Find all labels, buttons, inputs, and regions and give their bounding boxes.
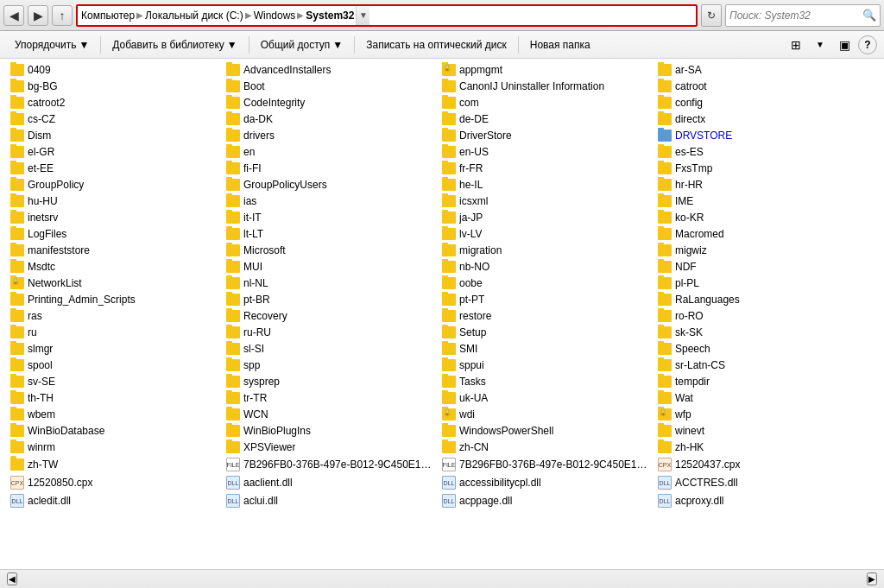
- view-mode-button[interactable]: ⊞: [786, 35, 806, 55]
- breadcrumb-computer[interactable]: Компьютер: [81, 9, 135, 22]
- search-input[interactable]: [729, 9, 862, 22]
- list-item[interactable]: FILE7B296FB0-376B-497e-B012-9C450E1B7327…: [223, 456, 439, 473]
- list-item[interactable]: sk-SK: [654, 325, 870, 340]
- list-item[interactable]: pl-PL: [654, 275, 870, 291]
- list-item[interactable]: ru: [7, 325, 223, 340]
- list-item[interactable]: ras: [7, 308, 223, 324]
- list-item[interactable]: WinBioPlugIns: [223, 423, 439, 439]
- list-item[interactable]: CanonIJ Uninstaller Information: [439, 79, 654, 94]
- add-to-library-button[interactable]: Добавить в библиотеку ▼: [104, 35, 244, 54]
- list-item[interactable]: hr-HR: [654, 177, 870, 193]
- list-item[interactable]: spp: [223, 357, 439, 373]
- list-item[interactable]: 🔒wfp: [654, 407, 870, 422]
- list-item[interactable]: et-EE: [7, 161, 223, 176]
- address-dropdown-button[interactable]: ▼: [356, 6, 369, 25]
- list-item[interactable]: catroot: [654, 79, 870, 94]
- list-item[interactable]: da-DK: [223, 111, 439, 127]
- list-item[interactable]: ru-RU: [223, 325, 439, 340]
- list-item[interactable]: FILE7B296FB0-376B-497e-B012-9C450E1B7327…: [439, 456, 654, 473]
- list-item[interactable]: ias: [223, 193, 439, 209]
- list-item[interactable]: hu-HU: [7, 193, 223, 209]
- burn-button[interactable]: Записать на оптический диск: [358, 35, 515, 54]
- search-button[interactable]: 🔍: [862, 9, 876, 22]
- list-item[interactable]: FxsTmp: [654, 161, 870, 176]
- list-item[interactable]: sv-SE: [7, 374, 223, 389]
- list-item[interactable]: ko-KR: [654, 210, 870, 225]
- list-item[interactable]: icsxml: [439, 193, 654, 209]
- list-item[interactable]: manifeststore: [7, 243, 223, 258]
- list-item[interactable]: winevt: [654, 423, 870, 439]
- list-item[interactable]: NDF: [654, 259, 870, 275]
- list-item[interactable]: lv-LV: [439, 226, 654, 242]
- list-item[interactable]: en-US: [439, 144, 654, 160]
- list-item[interactable]: DLLaclui.dll: [223, 492, 439, 509]
- list-item[interactable]: ro-RO: [654, 308, 870, 324]
- list-item[interactable]: Dism: [7, 128, 223, 143]
- list-item[interactable]: WinBioDatabase: [7, 423, 223, 439]
- list-item[interactable]: sr-Latn-CS: [654, 357, 870, 373]
- list-item[interactable]: CodeIntegrity: [223, 95, 439, 111]
- list-item[interactable]: th-TH: [7, 390, 223, 406]
- list-item[interactable]: GroupPolicyUsers: [223, 177, 439, 193]
- list-item[interactable]: directx: [654, 111, 870, 127]
- list-item[interactable]: WCN: [223, 407, 439, 422]
- list-item[interactable]: DLLacproxy.dll: [654, 492, 870, 509]
- list-item[interactable]: Setup: [439, 325, 654, 340]
- pane-button[interactable]: ▣: [834, 35, 855, 55]
- share-button[interactable]: Общий доступ ▼: [253, 35, 351, 54]
- list-item[interactable]: catroot2: [7, 95, 223, 111]
- list-item[interactable]: pt-BR: [223, 292, 439, 307]
- up-button[interactable]: ↑: [52, 5, 73, 26]
- list-item[interactable]: oobe: [439, 275, 654, 291]
- list-item[interactable]: zh-HK: [654, 439, 870, 455]
- list-item[interactable]: ar-SA: [654, 62, 870, 78]
- list-item[interactable]: 0409: [7, 62, 223, 78]
- address-bar[interactable]: Компьютер ▶ Локальный диск (C:) ▶ Window…: [76, 4, 698, 27]
- list-item[interactable]: WindowsPowerShell: [439, 423, 654, 439]
- list-item[interactable]: SMI: [439, 341, 654, 357]
- view-dropdown-button[interactable]: ▼: [810, 35, 830, 55]
- breadcrumb-system32[interactable]: System32: [306, 9, 354, 22]
- new-folder-button[interactable]: Новая папка: [522, 35, 598, 54]
- list-item[interactable]: DLLacppage.dll: [439, 492, 654, 509]
- list-item[interactable]: Speech: [654, 341, 870, 357]
- list-item[interactable]: el-GR: [7, 144, 223, 160]
- list-item[interactable]: Wat: [654, 390, 870, 406]
- breadcrumb-windows[interactable]: Windows: [254, 9, 296, 22]
- list-item[interactable]: com: [439, 95, 654, 111]
- list-item[interactable]: config: [654, 95, 870, 111]
- list-item[interactable]: nl-NL: [223, 275, 439, 291]
- list-item[interactable]: ja-JP: [439, 210, 654, 225]
- list-item[interactable]: XPSViewer: [223, 439, 439, 455]
- list-item[interactable]: RaLanguages: [654, 292, 870, 307]
- list-item[interactable]: MUI: [223, 259, 439, 275]
- list-item[interactable]: Macromed: [654, 226, 870, 242]
- list-item[interactable]: Recovery: [223, 308, 439, 324]
- list-item[interactable]: migwiz: [654, 243, 870, 258]
- list-item[interactable]: fr-FR: [439, 161, 654, 176]
- list-item[interactable]: bg-BG: [7, 79, 223, 94]
- list-item[interactable]: de-DE: [439, 111, 654, 127]
- list-item[interactable]: tempdir: [654, 374, 870, 389]
- list-item[interactable]: Msdtc: [7, 259, 223, 275]
- list-item[interactable]: sysprep: [223, 374, 439, 389]
- list-item[interactable]: sppui: [439, 357, 654, 373]
- list-item[interactable]: pt-PT: [439, 292, 654, 307]
- list-item[interactable]: restore: [439, 308, 654, 324]
- list-item[interactable]: fi-FI: [223, 161, 439, 176]
- list-item[interactable]: slmgr: [7, 341, 223, 357]
- list-item[interactable]: sl-SI: [223, 341, 439, 357]
- list-item[interactable]: AdvancedInstallers: [223, 62, 439, 78]
- list-item[interactable]: DLLACCTRES.dll: [654, 474, 870, 491]
- scroll-right-button[interactable]: ▶: [867, 572, 877, 585]
- list-item[interactable]: zh-CN: [439, 439, 654, 455]
- list-item[interactable]: GroupPolicy: [7, 177, 223, 193]
- help-button[interactable]: ?: [858, 35, 877, 54]
- list-item[interactable]: winrm: [7, 439, 223, 455]
- list-item[interactable]: inetsrv: [7, 210, 223, 225]
- list-item[interactable]: 🔒wdi: [439, 407, 654, 422]
- list-item[interactable]: wbem: [7, 407, 223, 422]
- list-item[interactable]: tr-TR: [223, 390, 439, 406]
- list-item[interactable]: DLLaaclient.dll: [223, 474, 439, 491]
- list-item[interactable]: Tasks: [439, 374, 654, 389]
